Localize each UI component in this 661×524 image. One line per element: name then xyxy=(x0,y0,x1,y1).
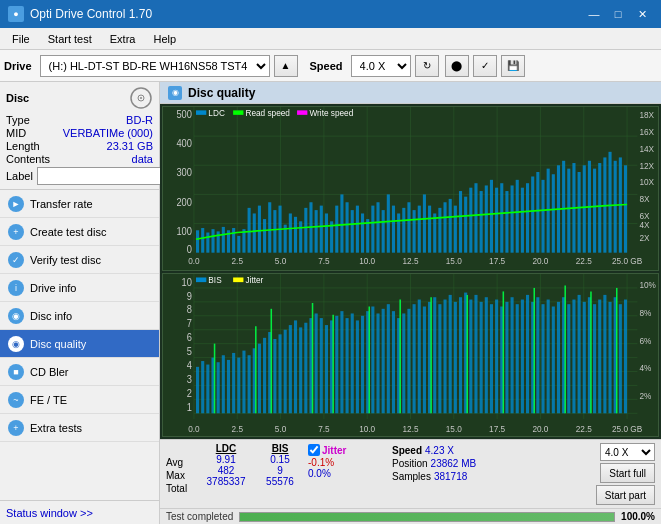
svg-rect-231 xyxy=(578,294,581,412)
nav-label-drive-info: Drive info xyxy=(30,282,76,294)
svg-rect-80 xyxy=(511,185,514,252)
nav-label-extra-tests: Extra tests xyxy=(30,422,82,434)
menu-help[interactable]: Help xyxy=(145,31,184,47)
svg-rect-70 xyxy=(459,191,462,253)
svg-text:2: 2 xyxy=(187,387,192,399)
svg-rect-85 xyxy=(536,172,539,253)
svg-rect-91 xyxy=(567,169,570,253)
chart1-svg: 500 400 300 200 100 0 18X 16X 14X 12X 10… xyxy=(163,107,658,270)
progress-track xyxy=(239,512,615,522)
title-bar: ● Opti Drive Control 1.70 — □ ✕ xyxy=(0,0,661,28)
save-button[interactable]: 💾 xyxy=(501,55,525,77)
sidebar-item-verify-test-disc[interactable]: ✓ Verify test disc xyxy=(0,246,159,274)
toolbar: Drive (H:) HL-DT-ST BD-RE WH16NS58 TST4 … xyxy=(0,50,661,82)
disc-label-input[interactable] xyxy=(37,167,172,185)
svg-text:22.5: 22.5 xyxy=(576,423,592,434)
svg-rect-189 xyxy=(361,315,364,413)
cd-bler-icon: ■ xyxy=(8,364,24,380)
sidebar-item-transfer-rate[interactable]: ► Transfer rate xyxy=(0,190,159,218)
svg-rect-33 xyxy=(268,202,271,252)
svg-rect-283 xyxy=(233,277,243,282)
verify-button[interactable]: ✓ xyxy=(473,55,497,77)
svg-rect-208 xyxy=(459,297,462,413)
nav-label-disc-quality: Disc quality xyxy=(30,338,86,350)
sidebar-item-drive-info[interactable]: i Drive info xyxy=(0,274,159,302)
progress-fill xyxy=(240,513,614,521)
position-label: Position xyxy=(392,458,428,469)
svg-rect-169 xyxy=(258,343,261,413)
svg-rect-84 xyxy=(531,176,534,252)
minimize-button[interactable]: — xyxy=(583,5,605,23)
svg-rect-27 xyxy=(237,236,240,253)
svg-rect-86 xyxy=(541,180,544,253)
burn-button[interactable]: ⬤ xyxy=(445,55,469,77)
sidebar-item-disc-quality[interactable]: ◉ Disc quality xyxy=(0,330,159,358)
svg-rect-204 xyxy=(438,304,441,413)
svg-text:10: 10 xyxy=(182,276,193,288)
svg-text:1: 1 xyxy=(187,401,193,413)
svg-rect-177 xyxy=(299,327,302,413)
progress-bar-container: Test completed 100.0% xyxy=(160,508,661,524)
max-bis: 9 xyxy=(277,465,283,476)
svg-rect-165 xyxy=(237,357,240,413)
svg-rect-61 xyxy=(413,210,416,253)
refresh-button[interactable]: ↻ xyxy=(415,55,439,77)
maximize-button[interactable]: □ xyxy=(607,5,629,23)
speed-select[interactable]: 4.0 X xyxy=(351,55,411,77)
drive-select[interactable]: (H:) HL-DT-ST BD-RE WH16NS58 TST4 xyxy=(40,55,270,77)
svg-rect-102 xyxy=(624,165,627,252)
svg-rect-73 xyxy=(474,183,477,252)
sidebar-item-disc-info[interactable]: ◉ Disc info xyxy=(0,302,159,330)
menu-start-test[interactable]: Start test xyxy=(40,31,100,47)
svg-text:0: 0 xyxy=(187,243,193,254)
start-full-button[interactable]: Start full xyxy=(600,463,655,483)
svg-text:BIS: BIS xyxy=(208,274,221,285)
svg-text:16X: 16X xyxy=(639,127,654,137)
svg-rect-203 xyxy=(433,297,436,413)
svg-rect-97 xyxy=(598,163,601,253)
svg-rect-193 xyxy=(382,308,385,412)
mid-value: VERBATIMe (000) xyxy=(63,127,153,139)
svg-rect-195 xyxy=(392,311,395,413)
svg-text:0.0: 0.0 xyxy=(188,423,200,434)
svg-rect-219 xyxy=(516,304,519,413)
svg-text:100: 100 xyxy=(176,225,192,236)
menu-extra[interactable]: Extra xyxy=(102,31,144,47)
sidebar-item-fe-te[interactable]: ~ FE / TE xyxy=(0,386,159,414)
svg-rect-82 xyxy=(521,188,524,253)
svg-rect-181 xyxy=(320,318,323,413)
menu-file[interactable]: File xyxy=(4,31,38,47)
disc-quality-icon: ◉ xyxy=(8,336,24,352)
start-part-button[interactable]: Start part xyxy=(596,485,655,505)
svg-rect-170 xyxy=(263,337,266,412)
svg-text:2%: 2% xyxy=(639,390,651,401)
sidebar-item-create-test-disc[interactable]: + Create test disc xyxy=(0,218,159,246)
eject-button[interactable]: ▲ xyxy=(274,55,298,77)
svg-rect-230 xyxy=(572,299,575,413)
svg-rect-74 xyxy=(480,191,483,253)
close-button[interactable]: ✕ xyxy=(631,5,653,23)
svg-rect-221 xyxy=(526,294,529,412)
svg-rect-173 xyxy=(279,334,282,413)
svg-rect-176 xyxy=(294,320,297,413)
test-speed-select[interactable]: 4.0 X xyxy=(600,443,655,461)
svg-rect-198 xyxy=(407,308,410,412)
svg-rect-79 xyxy=(505,191,508,253)
jitter-checkbox[interactable] xyxy=(308,444,320,456)
svg-text:Write speed: Write speed xyxy=(309,108,353,118)
svg-rect-57 xyxy=(392,206,395,253)
svg-rect-211 xyxy=(474,294,477,412)
sidebar-item-extra-tests[interactable]: + Extra tests xyxy=(0,414,159,442)
svg-text:22.5: 22.5 xyxy=(576,256,592,266)
svg-rect-159 xyxy=(206,364,209,413)
svg-text:7.5: 7.5 xyxy=(318,256,330,266)
status-window-button[interactable]: Status window >> xyxy=(0,500,159,524)
sidebar-item-cd-bler[interactable]: ■ CD Bler xyxy=(0,358,159,386)
svg-rect-100 xyxy=(614,161,617,253)
svg-text:2X: 2X xyxy=(639,233,649,243)
svg-text:17.5: 17.5 xyxy=(489,423,505,434)
status-text: Test completed xyxy=(166,511,233,522)
svg-rect-66 xyxy=(438,208,441,253)
svg-rect-22 xyxy=(211,229,214,253)
svg-rect-76 xyxy=(490,180,493,253)
